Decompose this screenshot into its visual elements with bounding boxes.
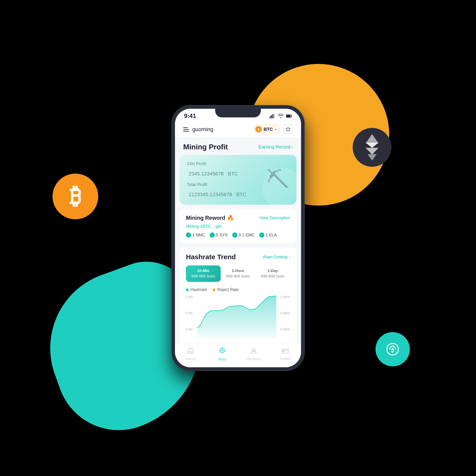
view-description-link[interactable]: View Description [259, 216, 290, 221]
svg-point-0 [391, 348, 394, 350]
legend-reject-rate: Reject Rate [213, 287, 239, 292]
check-icon-sys: ✓ [210, 233, 215, 238]
reject-rate-legend-label: Reject Rate [217, 287, 239, 292]
tab-1day[interactable]: 1-Day 999.908 Sol/s [255, 265, 290, 282]
earning-record-link[interactable]: Earning Record › [258, 144, 293, 150]
chart-legend: Hashrate Reject Rate [186, 287, 290, 292]
nav-assets[interactable]: Assets [270, 347, 301, 362]
mining-reward-section: Mining Reword 🔥 View Description Mining … [180, 209, 296, 243]
currency-label: BTC [264, 127, 273, 132]
y-axis-right: 1.00% 0.80% 0.60% 0.40% [280, 295, 290, 343]
nav-home[interactable]: Home [175, 347, 206, 362]
reject-rate-legend-dot [213, 289, 215, 291]
svg-rect-7 [291, 115, 292, 117]
chevron-right-icon: › [291, 144, 293, 150]
pool-label: Pool [218, 357, 226, 362]
bottom-nav: Home Pool [175, 343, 301, 367]
svg-rect-3 [272, 114, 273, 118]
phone-screen: 9:41 [175, 109, 301, 367]
svg-rect-2 [271, 115, 272, 118]
reward-item-label: 1 ELA [266, 233, 277, 238]
check-icon-ela: ✓ [259, 233, 264, 238]
hashrate-title: Hashrate Trend [186, 253, 236, 261]
phone-shell: 9:41 [172, 105, 304, 371]
y-left-06: 0.60 [186, 327, 193, 331]
chevron-right-icon: › [289, 255, 290, 259]
scroll-area[interactable]: Mining Profit Earning Record › 24H Profi… [175, 137, 301, 343]
legend-hashrate: Hashrate [186, 287, 207, 292]
reward-item-label: 0.1 EMC [239, 233, 255, 238]
pool-icon [218, 347, 226, 356]
home-label: Home [186, 357, 196, 361]
tab-10min-label: 10-Min [188, 269, 218, 273]
phone-notch [215, 109, 261, 118]
hashrate-section: Hashrate Trend Alam Setting › 10-Min 999… [180, 248, 296, 343]
nav-pool[interactable]: Pool [206, 347, 238, 362]
hashrate-legend-dot [186, 289, 189, 291]
reward-item-label: 1 NMC [192, 233, 205, 238]
y-left-1: 1.00 [186, 295, 193, 299]
y-axis-left: 1.00 0.80 0.60 0.40 [186, 295, 193, 343]
home-icon [187, 347, 194, 356]
reward-item-nmc: ✓ 1 NMC [186, 233, 205, 238]
assets-icon [282, 347, 289, 355]
y-right-06: 0.60% [280, 327, 290, 331]
nav-workers[interactable]: Workers [238, 347, 270, 362]
fire-emoji: 🔥 [227, 215, 234, 221]
check-icon-nmc: ✓ [186, 233, 191, 238]
reward-item-label: 5 SYS [216, 233, 228, 238]
crypto-green-icon [375, 332, 410, 366]
total-profit-label: Total Profit [187, 182, 289, 187]
reward-header: Mining Reword 🔥 View Description [186, 215, 290, 221]
total-profit-value: 1123345.12345678 BTC [187, 188, 289, 198]
reward-item-sys: ✓ 5 SYS [210, 233, 228, 238]
settings-button[interactable] [283, 124, 293, 134]
signal-icon [270, 114, 275, 118]
profit-card-decoration: ⛏ [267, 167, 290, 193]
svg-rect-22 [283, 351, 285, 352]
bitcoin-icon: ₿ [52, 174, 98, 219]
reward-subtitle: Mining 1BTC，get [186, 223, 290, 229]
btc-symbol: ₿ [70, 185, 81, 207]
alarm-setting-link[interactable]: Alam Setting › [263, 255, 290, 259]
reward-title: Mining Reword 🔥 [186, 215, 234, 221]
tab-10min[interactable]: 10-Min 999.908 Sol/s [186, 265, 221, 282]
reward-item-emc: ✓ 0.1 EMC [232, 233, 255, 238]
tab-1day-label: 1-Day [258, 269, 288, 273]
y-right-08: 0.80% [280, 311, 290, 315]
svg-marker-8 [286, 127, 290, 131]
svg-point-19 [253, 348, 255, 350]
tab-1hour-label: 1-Hour [223, 269, 253, 273]
svg-rect-4 [274, 114, 275, 118]
check-icon-emc: ✓ [232, 233, 237, 238]
workers-label: Workers [247, 357, 261, 361]
header-left: guoming [183, 126, 213, 133]
y-left-08: 0.80 [186, 311, 193, 315]
profit-24h-label: 24H Profit [187, 161, 289, 166]
mining-profit-title: Mining Profit [183, 143, 228, 151]
mining-profit-header: Mining Profit Earning Record › [175, 137, 301, 155]
hashrate-chart-svg [197, 295, 276, 338]
currency-selector[interactable]: ₿ BTC ▾ [253, 124, 280, 134]
workers-icon [250, 347, 257, 356]
tab-1hour[interactable]: 1-Hour 999.908 Sol/s [221, 265, 255, 282]
ethereum-icon [353, 128, 391, 167]
username-label: guoming [192, 126, 213, 133]
reward-items: ✓ 1 NMC ✓ 5 SYS ✓ 0.1 EMC ✓ [186, 233, 290, 238]
menu-icon[interactable] [183, 127, 189, 132]
hashrate-header: Hashrate Trend Alam Setting › [186, 253, 290, 261]
tab-1hour-value: 999.908 Sol/s [223, 274, 253, 279]
assets-label: Assets [279, 357, 291, 361]
chevron-down-icon: ▾ [275, 127, 277, 132]
wifi-icon [278, 114, 284, 118]
header-right: ₿ BTC ▾ [253, 124, 293, 134]
svg-rect-1 [270, 116, 271, 118]
profit-card: 24H Profit 2345.12345678 BTC Total Profi… [180, 155, 296, 205]
eth-diamond [366, 134, 378, 161]
timeframe-tabs: 10-Min 999.908 Sol/s 1-Hour 999.908 Sol/… [186, 265, 290, 282]
tab-1day-value: 999.908 Sol/s [258, 274, 288, 279]
btc-badge-icon: ₿ [255, 126, 262, 133]
app-header: guoming ₿ BTC ▾ [175, 121, 301, 137]
tab-10min-value: 999.908 Sol/s [188, 274, 218, 279]
y-right-1: 1.00% [280, 295, 290, 299]
